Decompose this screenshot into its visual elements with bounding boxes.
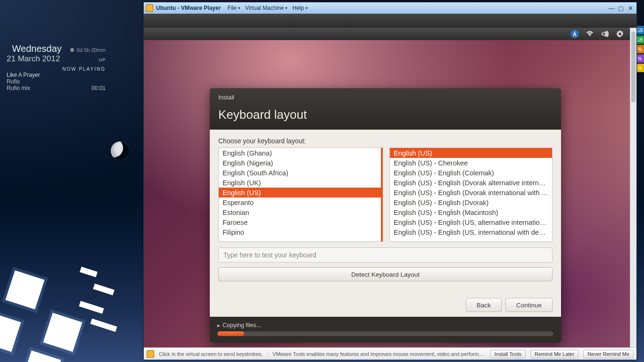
minimize-button[interactable]: — bbox=[607, 5, 616, 12]
list-item[interactable]: English (US) - Cherokee bbox=[390, 158, 552, 168]
progress-fill bbox=[217, 331, 244, 336]
list-item[interactable]: Esperanto bbox=[219, 197, 381, 207]
installer-heading: Keyboard layout bbox=[218, 107, 553, 122]
widget-track: Like A Prayer bbox=[7, 72, 40, 78]
vmware-window: Ubuntu - VMware Player File▾ Virtual Mac… bbox=[143, 2, 637, 360]
list-item[interactable]: English (US) - English (Dvorak alternati… bbox=[390, 178, 552, 188]
widget-now-playing-label: Now Playing bbox=[7, 66, 106, 72]
hint-click-text: Click in the virtual screen to send keys… bbox=[159, 351, 263, 357]
vmware-menubar: File▾ Virtual Machine▾ Help▾ bbox=[227, 5, 308, 11]
vmware-title: Ubuntu - VMware Player bbox=[156, 5, 221, 11]
vmware-icon bbox=[146, 4, 153, 12]
maximize-button[interactable]: ▢ bbox=[617, 5, 625, 12]
installer-prompt: Choose your keyboard layout: bbox=[218, 137, 553, 145]
widget-album: Rufio mix bbox=[7, 85, 30, 91]
vmware-hintbar: Click in the virtual screen to send keys… bbox=[144, 347, 636, 360]
vmware-titlebar[interactable]: Ubuntu - VMware Player File▾ Virtual Mac… bbox=[144, 2, 636, 14]
wifi-icon[interactable] bbox=[586, 30, 594, 38]
list-item[interactable]: English (US) - English (US, alternative … bbox=[390, 217, 552, 227]
list-item[interactable]: English (Nigeria) bbox=[219, 158, 381, 168]
widget-uptime: 0d 5h 20mm bbox=[77, 47, 106, 53]
list-item[interactable]: English (US) - English (Macintosh) bbox=[390, 207, 552, 217]
menu-help[interactable]: Help▾ bbox=[292, 5, 308, 11]
copying-label: Copying files... bbox=[223, 322, 261, 329]
keyboard-language-list[interactable]: English (Ghana)English (Nigeria)English … bbox=[218, 148, 383, 242]
list-item[interactable]: English (UK) bbox=[219, 178, 381, 188]
volume-icon[interactable] bbox=[601, 30, 609, 38]
list-item[interactable]: English (US) - English (Dvorak) bbox=[390, 197, 552, 207]
menu-file[interactable]: File▾ bbox=[227, 5, 240, 11]
installer-window-title: Install bbox=[218, 94, 553, 101]
list-item[interactable]: Estonian bbox=[219, 207, 381, 217]
hint-desc: VMware Tools enables many features and i… bbox=[267, 351, 486, 357]
list-item[interactable]: English (South Africa) bbox=[219, 168, 381, 178]
continue-button[interactable]: Continue bbox=[505, 298, 553, 312]
installer-header: Install Keyboard layout bbox=[210, 88, 561, 130]
list-item[interactable]: English (US) - English (US, internationa… bbox=[390, 227, 552, 237]
never-remind-button[interactable]: Never Remind Me bbox=[583, 350, 634, 358]
widget-artist: Rufio bbox=[7, 78, 20, 85]
list-item[interactable]: English (Ghana) bbox=[219, 148, 381, 158]
detect-keyboard-button[interactable]: Detect Keyboard Layout bbox=[218, 267, 553, 281]
desktop-decor bbox=[0, 235, 151, 362]
list-item[interactable]: English (US) bbox=[219, 188, 381, 197]
close-button[interactable]: ✕ bbox=[626, 5, 635, 12]
ubuntu-top-panel bbox=[144, 28, 630, 40]
ubiquity-installer: Install Keyboard layout Choose your keyb… bbox=[210, 88, 561, 343]
guest-scrollbar[interactable] bbox=[630, 28, 636, 347]
widget-up-label: UP bbox=[99, 58, 106, 62]
list-item[interactable]: Faroese bbox=[219, 217, 381, 227]
vmware-toolbar bbox=[144, 14, 636, 28]
installer-footer: ▸Copying files... bbox=[210, 317, 561, 343]
moon-decoration bbox=[111, 141, 130, 160]
host-desktop: Wednesday 0d 5h 20mm 21 March 2012 UP No… bbox=[0, 0, 644, 362]
widget-time: 00:01 bbox=[91, 85, 106, 91]
progress-bar bbox=[217, 331, 553, 336]
disclosure-triangle-icon[interactable]: ▸ bbox=[217, 322, 220, 329]
guest-screen[interactable]: Install Keyboard layout Choose your keyb… bbox=[144, 28, 636, 347]
keyboard-variant-list[interactable]: English (US)English (US) - CherokeeEngli… bbox=[389, 148, 553, 242]
install-tools-button[interactable]: Install Tools bbox=[490, 350, 526, 358]
list-item[interactable]: English (US) - English (Colemak) bbox=[390, 168, 552, 178]
desktop-widget: Wednesday 0d 5h 20mm 21 March 2012 UP No… bbox=[7, 43, 106, 91]
gear-icon[interactable] bbox=[616, 30, 624, 38]
list-item[interactable]: Filipino bbox=[219, 227, 381, 237]
widget-day: Wednesday bbox=[12, 43, 62, 54]
remind-later-button[interactable]: Remind Me Later bbox=[530, 350, 578, 358]
list-item[interactable]: English (US) - English (Dvorak internati… bbox=[390, 188, 552, 197]
keyboard-test-input[interactable] bbox=[218, 247, 553, 263]
accessibility-icon[interactable] bbox=[570, 30, 579, 38]
svg-point-0 bbox=[574, 32, 576, 33]
list-item[interactable]: English (US) bbox=[390, 148, 552, 158]
hint-icon bbox=[147, 350, 154, 358]
widget-date: 21 March 2012 bbox=[7, 54, 60, 64]
back-button[interactable]: Back bbox=[466, 298, 502, 312]
menu-virtual-machine[interactable]: Virtual Machine▾ bbox=[245, 5, 288, 11]
